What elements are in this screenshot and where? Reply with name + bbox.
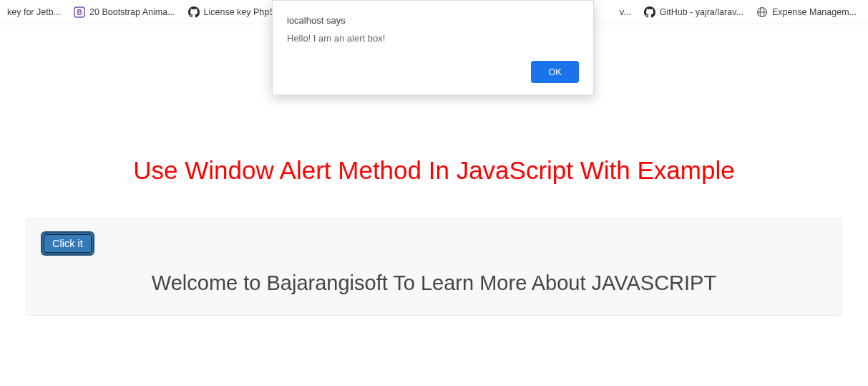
alert-ok-button[interactable]: OK bbox=[531, 61, 579, 83]
globe-icon bbox=[756, 6, 768, 18]
bootstrap-icon: B bbox=[74, 6, 85, 18]
bookmark-label: v... bbox=[620, 7, 631, 17]
click-it-button[interactable]: Click it bbox=[42, 233, 93, 254]
bookmark-label: Expense Managem... bbox=[772, 7, 857, 17]
bookmark-item[interactable]: B 20 Bootstrap Anima... bbox=[69, 4, 180, 21]
alert-button-row: OK bbox=[287, 61, 579, 83]
bookmark-item[interactable]: Expense Managem... bbox=[752, 4, 861, 21]
bookmark-label: GitHub - yajra/larav... bbox=[660, 7, 743, 17]
alert-host-text: localhost says bbox=[287, 15, 579, 26]
page-title: Use Window Alert Method In JavaScript Wi… bbox=[0, 156, 868, 185]
svg-text:B: B bbox=[77, 9, 82, 16]
github-icon bbox=[644, 6, 655, 18]
bookmark-label: 20 Bootstrap Anima... bbox=[89, 7, 175, 17]
bookmark-label: key for Jetb... bbox=[7, 7, 61, 17]
bookmark-item[interactable]: key for Jetb... bbox=[3, 4, 65, 20]
bookmark-item[interactable]: GitHub - yajra/larav... bbox=[640, 4, 748, 21]
demo-card: Click it Welcome to Bajarangisoft To Lea… bbox=[26, 218, 842, 316]
alert-dialog: localhost says Hello! I am an alert box!… bbox=[272, 0, 594, 95]
welcome-message: Welcome to Bajarangisoft To Learn More A… bbox=[42, 271, 826, 295]
alert-message-text: Hello! I am an alert box! bbox=[287, 33, 579, 44]
bookmark-item[interactable]: v... bbox=[615, 4, 635, 20]
github-icon bbox=[188, 6, 200, 18]
